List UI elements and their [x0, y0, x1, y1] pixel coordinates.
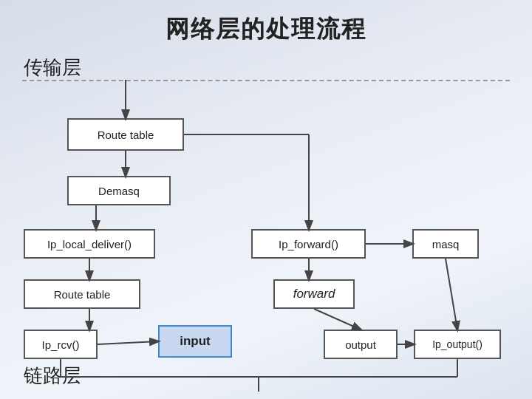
route-table-top-box: Route table [67, 118, 184, 151]
input-box: input [158, 325, 232, 358]
svg-line-11 [314, 309, 361, 330]
output-box: output [324, 330, 398, 359]
demasq-box: Demasq [67, 176, 171, 205]
svg-line-12 [446, 259, 457, 330]
route-table-bottom-box: Route table [24, 279, 140, 309]
page-title: 网络层的处理流程 [0, 0, 532, 46]
svg-line-8 [98, 341, 158, 344]
ip-forward-box: Ip_forward() [251, 229, 366, 259]
masq-box: masq [412, 229, 479, 259]
transport-divider [22, 80, 510, 81]
ip-output-box: Ip_output() [414, 330, 501, 359]
link-layer-label: 链路层 [24, 363, 81, 389]
transport-layer-label: 传输层 [24, 55, 81, 81]
forward-box: forward [273, 279, 355, 309]
ip-local-deliver-box: Ip_local_deliver() [24, 229, 155, 259]
ip-rcv-box: Ip_rcv() [24, 330, 98, 359]
